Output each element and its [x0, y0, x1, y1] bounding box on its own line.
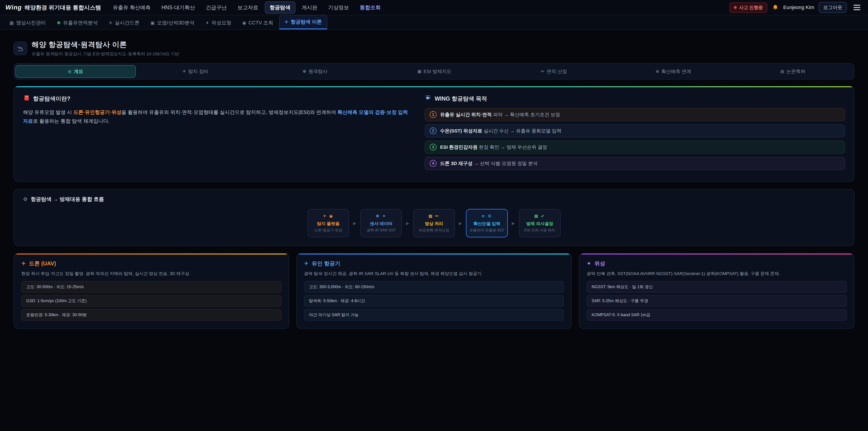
number-badge: 2 [430, 127, 436, 134]
overview-paragraph: 해양 유류오염 발생 시 드론·유인항공기·위성을 활용하여 유출유의 위치·면… [23, 108, 409, 125]
nav-emergency-rescue[interactable]: 긴급구난 [202, 2, 231, 13]
nav-integrated-query[interactable]: 통합조회 [355, 2, 385, 13]
nav-reports[interactable]: 보고자료 [233, 2, 263, 13]
app-root: Wing 해양환경 위기대응 통합시스템 유출유 확산예측 HNS·대기확산 긴… [0, 0, 868, 431]
satellite-icon: ✦ [206, 20, 209, 26]
spec-row: 야간·악기상 SAR 탐지 가능 [304, 309, 564, 321]
platform-icons: ✈ ◉ [310, 214, 346, 219]
subnav-oil-area-analysis[interactable]: ❖ 유출유면적분석 [52, 16, 103, 29]
nav-oil-spill-forecast[interactable]: 유출유 확산예측 [108, 2, 155, 13]
arrow-right-icon: ▶ [406, 221, 409, 226]
arrow-right-icon: ▶ [512, 221, 515, 226]
incident-status-badge[interactable]: 사고 진행중 [730, 2, 767, 13]
tab-remote-sensing[interactable]: ☸ 원격탐사 [255, 65, 375, 78]
cctv-icon: ◉ [242, 20, 246, 26]
satellite-icon: ✦ [587, 260, 591, 267]
tab-forecast-link[interactable]: ⊕ 확산예측 연계 [614, 65, 733, 78]
page-chart-icon [13, 41, 27, 55]
purpose-item: 3 ESI 환경민감자원 현장 확인 → 방제 우선순위 결정 [425, 141, 845, 154]
aircraft-card-title: 유인 항공기 [312, 260, 340, 267]
tab-area-calculation[interactable]: ✏ 면적 산정 [494, 65, 614, 78]
remote-sensing-icon: ☸ [303, 69, 306, 74]
top-header: Wing 해양환경 위기대응 통합시스템 유출유 확산예측 HNS·대기확산 긴… [0, 0, 868, 16]
drone-card-desc: 현장 즉시 투입·저고도 정밀 촬영. 광학·적외선 카메라 탑재, 실시간 영… [14, 267, 289, 281]
model-input-icons: ≋ ⚙ [469, 214, 505, 219]
spec-row: KOMPSAT-5: X-band SAR 1m급 [587, 309, 847, 321]
drone-card-title: 드론 (UAV) [29, 260, 56, 267]
nav-hns-dispersion[interactable]: HNS·대기확산 [157, 2, 199, 13]
flow-step-platform: ✈ ◉ 탐지 플랫폼 드론·항공기·위성 [307, 209, 349, 237]
aircraft-card: ✈ 유인 항공기 광역 탐색·장시간 체공. 광학·IR·SAR·SLAR·UV… [296, 253, 572, 329]
sensor-icons: ☸ ✦ [363, 214, 399, 219]
page-header: 해양 항공탐색·원격탐사 이론 유출유 원격탐지·항공감시 기법·ESI 방제정… [13, 40, 855, 57]
tab-esi-map[interactable]: ▦ ESI 방제지도 [375, 65, 494, 78]
overview-panel: 항공탐색이란? 해양 유류오염 발생 시 드론·유인항공기·위성을 활용하여 유… [13, 86, 855, 182]
equipment-icon: ✈ [182, 69, 186, 74]
drone-card: ✈ 드론 (UAV) 현장 즉시 투입·저고도 정밀 촬영. 광학·적외선 카메… [13, 253, 289, 329]
platform-cards: ✈ 드론 (UAV) 현장 즉시 투입·저고도 정밀 촬영. 광학·적외선 카메… [13, 253, 855, 329]
purpose-title: WING 항공탐색 목적 [435, 95, 487, 102]
subnav-image-photo-mgmt[interactable]: ▦ 영상사진관리 [4, 16, 51, 29]
spec-row: GSD: 1-5cm/px (100m 고도 기준) [21, 295, 281, 307]
plane-icon: ✈ [285, 19, 288, 25]
subnav-aerial-theory[interactable]: ✈ 항공탐색 이론 [279, 15, 327, 29]
link-icon: ⊕ [656, 69, 659, 74]
spec-row: 탐색폭: 5-50km · 체공: 4-8시간 [304, 295, 564, 307]
hamburger-menu-icon[interactable] [851, 2, 863, 12]
flow-step-decision: ▦ ✔ 방제 의사결정 ESI 연계·자원 배치 [519, 209, 561, 237]
satellite-card-desc: 광역·반복 관측. SST(NOAA AVHRR·NGSST)·SAR(Sent… [579, 267, 854, 281]
flow-step-model-input: ≋ ⚙ 확산모델 입력 유출위치·유출량·SST [466, 209, 508, 237]
logout-button[interactable]: 로그아웃 [819, 2, 847, 13]
spec-row: SAR: 5-25m 해상도 · 구름 무관 [587, 295, 847, 307]
nav-weather[interactable]: 기상정보 [324, 2, 353, 13]
main-nav: 유출유 확산예측 HNS·대기확산 긴급구난 보고자료 항공탐색 게시판 기상정… [108, 1, 385, 14]
wing-purpose: WING 항공탐색 목적 1 유출유 실시간 위치·면적 파악 → 확산예측 초… [425, 94, 845, 173]
aircraft-card-desc: 광역 탐색·장시간 체공. 광학·IR·SAR·SLAR·UV 등 복합 센서 … [297, 267, 571, 281]
subnav-3d-analysis[interactable]: ▣ 오염/선박3D분석 [146, 16, 199, 29]
what-is-aerial-search: 항공탐색이란? 해양 유류오염 발생 시 드론·유인항공기·위성을 활용하여 유… [23, 94, 409, 173]
decision-icons: ▦ ✔ [522, 214, 558, 219]
flow-step-sensor-data: ☸ ✦ 센서 데이터 광학·IR·SAR·SST [360, 209, 402, 237]
satellite-card-title: 위성 [594, 260, 605, 267]
subnav-satellite-request[interactable]: ✦ 위성요청 [200, 16, 237, 29]
tab-overview[interactable]: ◎ 개요 [16, 65, 136, 78]
nav-aerial-search[interactable]: 항공탐색 [265, 1, 296, 14]
what-title: 항공탐색이란? [33, 95, 70, 102]
number-badge: 4 [430, 160, 436, 167]
nav-board[interactable]: 게시판 [297, 2, 322, 13]
flow-title: 항공탐색 → 방제대응 통합 흐름 [31, 196, 104, 203]
subnav-realtime-drone[interactable]: ✈ 실시간드론 [104, 16, 145, 29]
sub-nav: ▦ 영상사진관리 ❖ 유출유면적분석 ✈ 실시간드론 ▣ 오염/선박3D분석 ✦… [0, 16, 868, 30]
brand-logo[interactable]: Wing 해양환경 위기대응 통합시스템 [5, 4, 101, 11]
flow-panel: ⚙ 항공탐색 → 방제대응 통합 흐름 ✈ ◉ 탐지 플랫폼 드론·항공기·위성… [13, 189, 855, 246]
arrow-right-icon: ▶ [353, 221, 356, 226]
pencil-icon: ✏ [541, 69, 544, 74]
page-subtitle: 유출유 원격탐지·항공감시 기법·ESI 방제정보지도·등록특허 10-1567… [32, 51, 179, 57]
processing-icons: ▦ ✏ [416, 214, 452, 219]
spec-row: 운용반경: 5-30km · 체공: 30-90분 [21, 309, 281, 321]
drone-icon: ✈ [21, 260, 26, 267]
spec-row: 고도: 300-3,000m · 속도: 60-150m/s [304, 281, 564, 293]
purpose-item: 1 유출유 실시간 위치·면적 파악 → 확산예측 초기조건 보정 [425, 108, 845, 121]
tab-detection-equipment[interactable]: ✈ 탐지 장비 [136, 65, 255, 78]
number-badge: 1 [430, 111, 436, 118]
spec-row: 고도: 30-500m · 속도: 15-25m/s [21, 281, 281, 293]
document-icon: ▤ [780, 69, 784, 74]
arrow-right-icon: ▶ [459, 221, 462, 226]
gear-icon: ⚙ [23, 196, 28, 202]
user-name: Eunjeong Kim [783, 4, 814, 10]
subnav-cctv-view[interactable]: ◉ CCTV 조회 [237, 16, 278, 29]
overview-icon: ◎ [68, 69, 71, 74]
main-content: 해양 항공탐색·원격탐사 이론 유출유 원격탐지·항공감시 기법·ESI 방제정… [0, 40, 868, 329]
helicopter-icon [425, 94, 432, 102]
tab-papers-patents[interactable]: ▤ 논문특허 [733, 65, 852, 78]
book-icon [23, 94, 30, 102]
area-analysis-icon: ❖ [57, 20, 61, 26]
flow-diagram: ✈ ◉ 탐지 플랫폼 드론·항공기·위성 ▶ ☸ ✦ 센서 데이터 광학·IR·… [23, 209, 845, 237]
purpose-item: 4 드론 3D 재구성 → 선박 식별·오염원 정밀 분석 [425, 157, 845, 170]
incident-badge-label: 사고 진행중 [739, 4, 763, 11]
bell-icon[interactable] [772, 4, 779, 11]
page-title: 해양 항공탐색·원격탐사 이론 [32, 40, 179, 50]
drone-icon: ✈ [109, 20, 113, 26]
theory-tabs: ◎ 개요 ✈ 탐지 장비 ☸ 원격탐사 ▦ ESI 방제지도 ✏ 면적 산정 ⊕… [13, 63, 855, 80]
